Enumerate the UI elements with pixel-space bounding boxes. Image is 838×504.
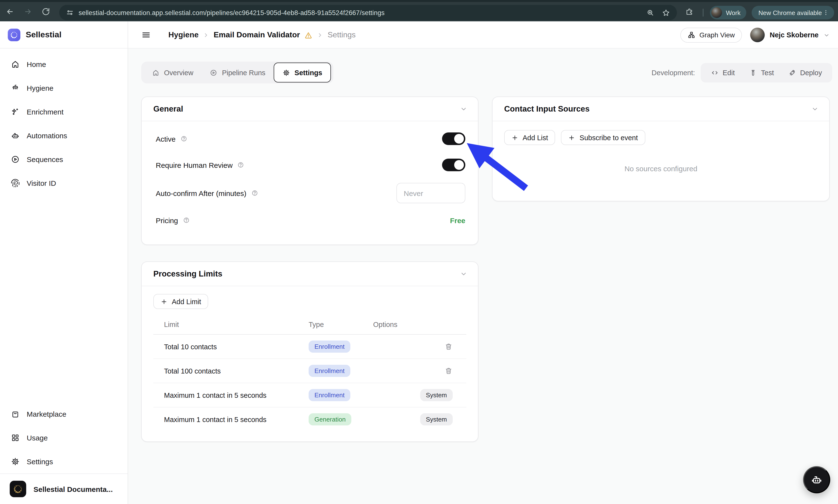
require-review-toggle[interactable] — [442, 159, 465, 171]
browser-reload-icon[interactable] — [42, 7, 50, 16]
tab-group: Overview Pipeline Runs Settings — [141, 61, 333, 84]
sidebar-item-label: Home — [27, 60, 46, 68]
subscribe-event-button[interactable]: Subscribe to event — [561, 130, 645, 145]
sidebar-item-hygiene[interactable]: Hygiene — [0, 76, 128, 100]
browser-menu-dots-icon[interactable] — [822, 9, 829, 16]
help-icon[interactable] — [237, 161, 245, 169]
sidebar-item-marketplace[interactable]: Marketplace — [0, 402, 128, 426]
url-text[interactable]: sellestial-documentation.app.sellestial.… — [78, 9, 385, 16]
robot-icon — [11, 131, 20, 140]
sidebar-item-enrichment[interactable]: Enrichment — [0, 100, 128, 124]
chevron-down-icon — [823, 32, 830, 38]
play-circle-icon — [210, 69, 218, 76]
app-header: Hygiene Email Domain Validator Settings … — [128, 21, 838, 49]
tab-pipeline-runs[interactable]: Pipeline Runs — [202, 64, 274, 82]
play-circle-icon — [11, 155, 20, 164]
sidebar-item-settings[interactable]: Settings — [0, 450, 128, 473]
browser-back-icon[interactable] — [6, 7, 14, 16]
tab-settings[interactable]: Settings — [274, 62, 331, 83]
deploy-button[interactable]: Deploy — [781, 65, 829, 80]
warning-icon — [304, 31, 313, 39]
type-badge: Enrollment — [309, 389, 350, 401]
test-button[interactable]: Test — [742, 65, 781, 80]
collapse-chevron-icon[interactable] — [811, 105, 819, 112]
home-icon — [11, 60, 20, 69]
site-settings-icon[interactable] — [66, 9, 74, 17]
add-list-label: Add List — [522, 133, 548, 141]
workspace-switcher[interactable]: Sellestial Documenta... — [0, 474, 128, 504]
extensions-puzzle-icon[interactable] — [685, 7, 693, 16]
brand-row: Sellestial — [0, 21, 128, 49]
breadcrumb-pipeline[interactable]: Email Domain Validator — [214, 31, 300, 39]
sidebar-item-home[interactable]: Home — [0, 52, 128, 76]
table-row: Total 100 contacts Enrollment — [153, 359, 466, 383]
gear-icon — [11, 457, 20, 466]
test-label: Test — [761, 69, 774, 76]
zoom-search-icon[interactable] — [646, 9, 654, 17]
pricing-value: Free — [450, 216, 465, 224]
hamburger-menu-icon[interactable] — [141, 30, 151, 40]
tab-label: Pipeline Runs — [222, 69, 265, 76]
sidebar-item-label: Visitor ID — [27, 179, 56, 187]
autoconfirm-input[interactable] — [396, 183, 465, 203]
sidebar-item-label: Settings — [27, 457, 53, 466]
graph-view-button[interactable]: Graph View — [680, 28, 742, 42]
table-row: Total 10 contacts Enrollment — [153, 335, 466, 359]
sidebar-item-sequences[interactable]: Sequences — [0, 147, 128, 171]
assistant-robot-button[interactable] — [803, 466, 830, 493]
sidebar-item-label: Usage — [27, 434, 48, 442]
limit-cell: Maximum 1 contact in 5 seconds — [164, 415, 309, 423]
edit-button[interactable]: Edit — [704, 65, 742, 80]
sidebar-item-visitor-id[interactable]: Visitor ID — [0, 171, 128, 195]
add-limit-label: Add Limit — [172, 298, 201, 305]
require-review-label: Require Human Review — [156, 161, 233, 169]
bookmark-star-icon[interactable] — [662, 8, 670, 17]
content-area: Hygiene Email Domain Validator Settings … — [128, 21, 838, 504]
help-icon[interactable] — [182, 216, 190, 224]
pricing-label: Pricing — [156, 216, 178, 224]
rocket-icon — [788, 69, 796, 76]
user-avatar — [750, 28, 765, 42]
sidebar-item-usage[interactable]: Usage — [0, 426, 128, 450]
add-limit-button[interactable]: Add Limit — [153, 294, 209, 309]
chevron-right-icon — [203, 32, 209, 38]
trash-icon[interactable] — [444, 367, 453, 375]
active-toggle[interactable] — [442, 132, 465, 145]
column-header-type: Type — [309, 321, 373, 328]
address-bar[interactable]: sellestial-documentation.app.sellestial.… — [59, 5, 677, 20]
collapse-chevron-icon[interactable] — [460, 270, 467, 277]
app-window: Sellestial Home Hygiene Enrichment Aut — [0, 21, 838, 504]
subscribe-event-label: Subscribe to event — [580, 133, 638, 141]
collapse-chevron-icon[interactable] — [460, 105, 467, 112]
browser-profile-chip[interactable]: Work — [710, 6, 746, 19]
chrome-update-chip[interactable]: New Chrome available — [752, 6, 834, 19]
profile-avatar — [711, 7, 722, 18]
system-badge: System — [420, 413, 453, 426]
type-badge: Generation — [309, 413, 352, 426]
profile-label: Work — [726, 9, 741, 16]
sidebar-item-label: Enrichment — [27, 108, 64, 116]
breadcrumb-section[interactable]: Hygiene — [168, 31, 199, 39]
chevron-right-icon — [317, 32, 323, 38]
sidebar-item-label: Sequences — [27, 155, 63, 163]
help-icon[interactable] — [180, 135, 188, 143]
column-header-options: Options — [373, 321, 466, 328]
brand-name: Sellestial — [26, 30, 61, 39]
trash-icon[interactable] — [444, 342, 453, 351]
type-badge: Enrollment — [309, 365, 350, 377]
plus-icon — [161, 298, 167, 305]
sidebar-item-label: Automations — [27, 131, 67, 140]
breadcrumb: Hygiene Email Domain Validator Settings — [168, 21, 356, 49]
help-icon[interactable] — [251, 189, 258, 197]
home-icon — [152, 69, 160, 76]
add-list-button[interactable]: Add List — [504, 130, 555, 145]
browser-toolbar: sellestial-documentation.app.sellestial.… — [0, 0, 838, 21]
tab-overview[interactable]: Overview — [144, 64, 202, 82]
update-label: New Chrome available — [759, 9, 822, 16]
limit-cell: Total 10 contacts — [164, 343, 309, 350]
table-row: Maximum 1 contact in 5 seconds Enrollmen… — [153, 383, 466, 408]
sidebar-item-automations[interactable]: Automations — [0, 124, 128, 147]
browser-forward-icon[interactable] — [24, 7, 32, 16]
gear-icon — [282, 69, 290, 76]
user-menu[interactable]: Nejc Skoberne — [750, 28, 830, 42]
